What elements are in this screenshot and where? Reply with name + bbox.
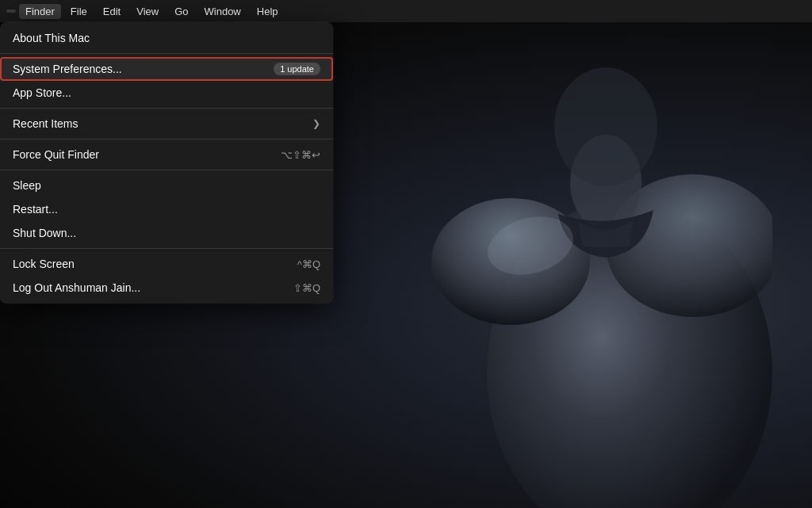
about-this-mac-label: About This Mac xyxy=(13,32,320,44)
logout-item[interactable]: Log Out Anshuman Jain... ⇧⌘Q xyxy=(0,276,333,300)
separator-4 xyxy=(0,170,333,170)
sleep-label: Sleep xyxy=(13,179,320,192)
apple-menu-button[interactable] xyxy=(6,10,16,13)
logout-shortcut: ⇧⌘Q xyxy=(293,282,320,294)
recent-items-label: Recent Items xyxy=(13,117,312,130)
system-preferences-item[interactable]: System Preferences... 1 update xyxy=(0,57,333,81)
recent-items-item[interactable]: Recent Items ❯ xyxy=(0,112,333,136)
force-quit-item[interactable]: Force Quit Finder ⌥⇧⌘↩ xyxy=(0,143,333,166)
logout-label: Log Out Anshuman Jain... xyxy=(13,281,293,294)
shutdown-label: Shut Down... xyxy=(13,227,320,239)
about-this-mac-item[interactable]: About This Mac xyxy=(0,26,333,50)
app-store-label: App Store... xyxy=(13,86,320,99)
separator-2 xyxy=(0,108,333,109)
app-store-item[interactable]: App Store... xyxy=(0,81,333,105)
view-menu[interactable]: View xyxy=(130,4,165,19)
system-preferences-label: System Preferences... xyxy=(13,63,274,75)
restart-label: Restart... xyxy=(13,203,320,216)
go-menu[interactable]: Go xyxy=(168,4,194,19)
force-quit-shortcut: ⌥⇧⌘↩ xyxy=(281,149,320,161)
lock-screen-item[interactable]: Lock Screen ^⌘Q xyxy=(0,252,333,276)
menubar: Finder File Edit View Go Window Help xyxy=(0,0,812,22)
restart-item[interactable]: Restart... xyxy=(0,197,333,221)
separator-1 xyxy=(0,53,333,54)
force-quit-label: Force Quit Finder xyxy=(13,148,281,161)
help-menu[interactable]: Help xyxy=(251,4,285,19)
file-menu[interactable]: File xyxy=(64,4,94,19)
finder-menu[interactable]: Finder xyxy=(19,4,61,19)
lock-screen-shortcut: ^⌘Q xyxy=(297,258,320,270)
sleep-item[interactable]: Sleep xyxy=(0,174,333,197)
apple-dropdown-menu: About This Mac System Preferences... 1 u… xyxy=(0,22,333,304)
figure-silhouette xyxy=(376,40,772,508)
lock-screen-label: Lock Screen xyxy=(13,258,297,270)
edit-menu[interactable]: Edit xyxy=(97,4,127,19)
svg-point-4 xyxy=(554,67,657,186)
shutdown-item[interactable]: Shut Down... xyxy=(0,221,333,245)
window-menu[interactable]: Window xyxy=(198,4,247,19)
separator-3 xyxy=(0,139,333,139)
update-badge: 1 update xyxy=(274,63,320,75)
separator-5 xyxy=(0,248,333,249)
submenu-chevron-icon: ❯ xyxy=(312,118,320,129)
